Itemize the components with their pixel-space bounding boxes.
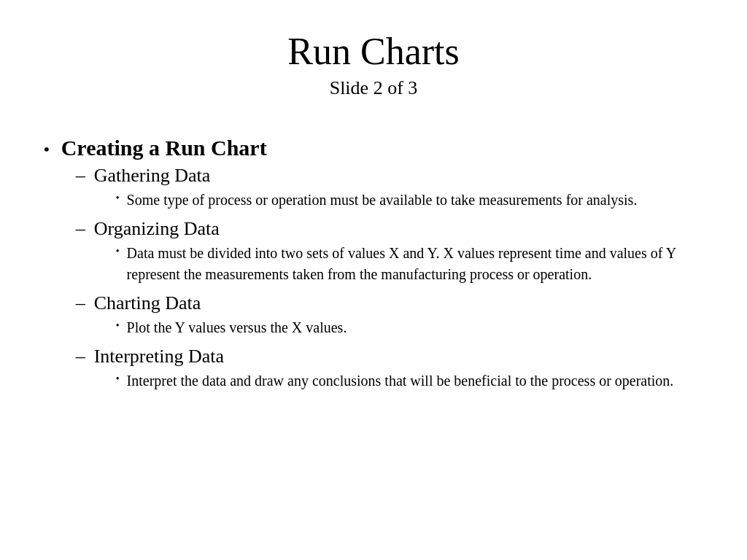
bullet-icon: • [44, 140, 50, 159]
main-bullet-item: • Creating a Run Chart – Gathering Data … [44, 136, 703, 399]
slide: Run Charts Slide 2 of 3 • Creating a Run… [0, 0, 747, 560]
dash-icon-2: – [76, 218, 85, 240]
sections-list: – Gathering Data • Some type of process … [61, 165, 703, 394]
section-organizing: – Organizing Data • Data must be divided… [61, 218, 703, 288]
organizing-items: • Data must be divided into two sets of … [94, 243, 703, 285]
slide-content: • Creating a Run Chart – Gathering Data … [44, 136, 703, 405]
interpreting-items: • Interpret the data and draw any conclu… [94, 370, 703, 392]
dash-icon-1: – [76, 165, 85, 187]
section-interpreting-label: Interpreting Data [94, 346, 224, 367]
section-gathering: – Gathering Data • Some type of process … [61, 165, 703, 214]
interpreting-item-1: • Interpret the data and draw any conclu… [94, 370, 703, 392]
organizing-text-1: Data must be divided into two sets of va… [127, 243, 703, 285]
dash-icon-4: – [76, 346, 85, 368]
section-interpreting: – Interpreting Data • Interpret the data… [61, 346, 703, 394]
charting-item-1: • Plot the Y values versus the X values. [94, 317, 703, 338]
sub-bullet-icon-3: • [116, 320, 120, 332]
sub-bullet-icon-1: • [116, 192, 120, 204]
gathering-items: • Some type of process or operation must… [94, 190, 703, 211]
dash-icon-3: – [76, 292, 85, 314]
sub-bullet-icon-4: • [116, 373, 120, 385]
section-gathering-label: Gathering Data [94, 165, 211, 186]
charting-text-1: Plot the Y values versus the X values. [127, 317, 347, 338]
organizing-item-1: • Data must be divided into two sets of … [94, 243, 703, 285]
section-charting-label: Charting Data [94, 292, 201, 314]
slide-title: Run Charts [287, 29, 459, 74]
gathering-item-1: • Some type of process or operation must… [94, 190, 703, 211]
slide-subtitle: Slide 2 of 3 [287, 77, 459, 99]
slide-header: Run Charts Slide 2 of 3 [287, 29, 459, 99]
main-list: • Creating a Run Chart – Gathering Data … [44, 136, 703, 399]
gathering-text-1: Some type of process or operation must b… [127, 190, 638, 211]
sub-bullet-icon-2: • [116, 246, 120, 257]
interpreting-text-1: Interpret the data and draw any conclusi… [127, 370, 674, 392]
main-bullet-label: Creating a Run Chart [61, 136, 267, 160]
section-organizing-label: Organizing Data [94, 218, 220, 239]
section-charting: – Charting Data • Plot the Y values vers… [61, 292, 703, 341]
charting-items: • Plot the Y values versus the X values. [94, 317, 703, 338]
